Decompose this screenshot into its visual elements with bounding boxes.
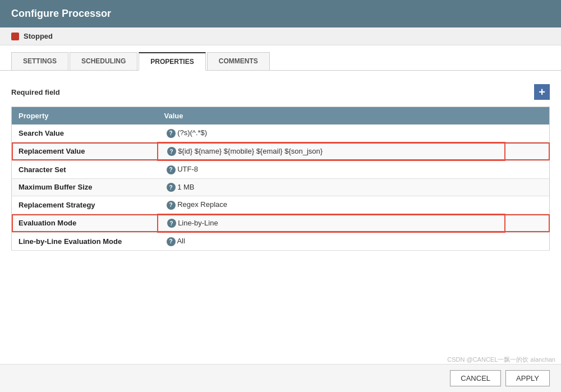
property-actions-cell [505, 196, 550, 214]
tabs-container: SETTINGS SCHEDULING PROPERTIES COMMENTS [0, 45, 561, 71]
column-header-value: Value [158, 107, 505, 125]
property-name-cell: Search Value [12, 124, 158, 142]
property-actions-cell [505, 214, 550, 233]
help-icon[interactable]: ? [167, 147, 176, 156]
property-actions-cell [505, 160, 550, 178]
tab-settings[interactable]: SETTINGS [11, 52, 68, 70]
add-property-button[interactable]: + [534, 84, 550, 100]
property-value: 1 MB [177, 183, 194, 191]
property-value-cell[interactable]: ? (?s)(^.*$) [158, 124, 505, 142]
property-name-cell: Replacement Strategy [12, 196, 158, 214]
help-icon[interactable]: ? [167, 201, 176, 210]
help-icon[interactable]: ? [167, 219, 176, 228]
property-value-cell[interactable]: ? All [158, 232, 505, 250]
property-name: Character Set [19, 165, 66, 174]
property-value-cell[interactable]: ? Regex Replace [158, 196, 505, 214]
tab-scheduling[interactable]: SCHEDULING [70, 52, 137, 70]
table-row[interactable]: Maximum Buffer Size? 1 MB [12, 178, 550, 196]
property-name: Maximum Buffer Size [19, 183, 92, 191]
property-value-cell[interactable]: ? ${id} ${name} ${mobile} ${email} ${son… [158, 142, 505, 161]
property-name-cell: Line-by-Line Evaluation Mode [12, 232, 158, 250]
property-value-cell[interactable]: ? Line-by-Line [158, 214, 505, 233]
property-value: Regex Replace [177, 200, 227, 209]
column-header-actions [505, 107, 550, 125]
table-header-row: Property Value [12, 107, 550, 125]
property-name-cell: Evaluation Mode [12, 214, 158, 233]
page-header: Configure Processor [0, 0, 561, 27]
property-actions-cell [505, 142, 550, 161]
table-row[interactable]: Evaluation Mode? Line-by-Line [12, 214, 550, 233]
content-area: Required field + Property Value Search V… [0, 71, 561, 260]
table-row[interactable]: Replacement Strategy? Regex Replace [12, 196, 550, 214]
help-icon[interactable]: ? [167, 165, 176, 174]
property-value: UTF-8 [177, 165, 198, 173]
property-actions-cell [505, 178, 550, 196]
property-name: Evaluation Mode [19, 219, 76, 227]
property-value: Line-by-Line [178, 219, 218, 227]
property-value: All [177, 237, 185, 245]
table-row[interactable]: Replacement Value? ${id} ${name} ${mobil… [12, 142, 550, 161]
help-icon[interactable]: ? [167, 237, 176, 246]
help-icon[interactable]: ? [167, 183, 176, 192]
tab-comments[interactable]: COMMENTS [207, 52, 270, 70]
help-icon[interactable]: ? [167, 129, 176, 138]
required-field-label: Required field [11, 88, 60, 96]
table-row[interactable]: Search Value? (?s)(^.*$) [12, 124, 550, 142]
property-value: (?s)(^.*$) [177, 128, 207, 137]
required-field-bar: Required field + [11, 80, 550, 107]
property-name: Replacement Value [19, 147, 85, 155]
page-title: Configure Processor [11, 8, 550, 20]
property-value-cell[interactable]: ? 1 MB [158, 178, 505, 196]
property-value-cell[interactable]: ? UTF-8 [158, 160, 505, 178]
property-value: ${id} ${name} ${mobile} ${email} ${son_j… [178, 147, 323, 155]
table-row[interactable]: Character Set? UTF-8 [12, 160, 550, 178]
property-name: Line-by-Line Evaluation Mode [19, 237, 122, 246]
property-name-cell: Character Set [12, 160, 158, 178]
property-name-cell: Replacement Value [12, 142, 158, 161]
property-actions-cell [505, 232, 550, 250]
status-bar: Stopped [0, 27, 561, 45]
column-header-property: Property [12, 107, 158, 125]
properties-table: Property Value Search Value? (?s)(^.*$)R… [11, 107, 550, 251]
property-name: Replacement Strategy [19, 201, 95, 209]
property-name: Search Value [19, 129, 64, 137]
tab-properties[interactable]: PROPERTIES [139, 52, 205, 71]
table-row[interactable]: Line-by-Line Evaluation Mode? All [12, 232, 550, 250]
status-label: Stopped [24, 32, 53, 40]
status-indicator [11, 33, 19, 40]
property-name-cell: Maximum Buffer Size [12, 178, 158, 196]
property-actions-cell [505, 124, 550, 142]
